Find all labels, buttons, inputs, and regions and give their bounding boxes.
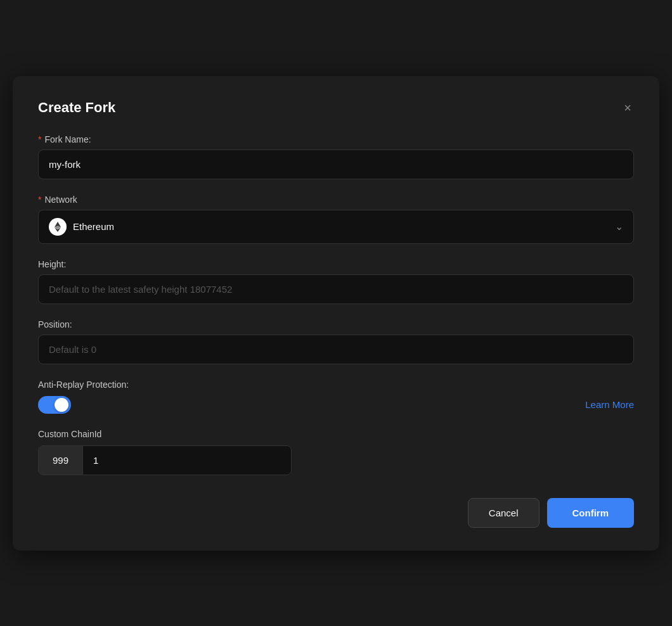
network-select[interactable]: Ethereum ⌄ — [38, 210, 634, 244]
modal-footer: Cancel Confirm — [38, 498, 634, 528]
confirm-button[interactable]: Confirm — [547, 498, 635, 528]
modal-title: Create Fork — [38, 99, 115, 116]
anti-replay-group: Anti-Replay Protection: Learn More — [38, 380, 634, 414]
chain-id-prefix: 999 — [39, 446, 83, 475]
anti-replay-row: Learn More — [38, 396, 634, 414]
anti-replay-toggle[interactable] — [38, 396, 71, 414]
fork-name-input[interactable] — [38, 150, 634, 179]
close-button[interactable]: × — [621, 99, 634, 117]
fork-name-label: * Fork Name: — [38, 134, 634, 144]
chain-id-group: Custom ChainId 999 — [38, 429, 634, 475]
fork-name-group: * Fork Name: — [38, 134, 634, 179]
network-selected-value: Ethereum — [73, 221, 114, 232]
modal-header: Create Fork × — [38, 99, 634, 117]
fork-name-required-star: * — [38, 134, 41, 144]
toggle-slider — [38, 396, 71, 414]
learn-more-link[interactable]: Learn More — [585, 399, 634, 410]
chain-id-input[interactable] — [83, 446, 291, 475]
height-group: Height: — [38, 259, 634, 304]
height-label: Height: — [38, 259, 634, 269]
anti-replay-label: Anti-Replay Protection: — [38, 380, 634, 390]
network-label: * Network — [38, 195, 634, 205]
cancel-button[interactable]: Cancel — [468, 498, 540, 528]
ethereum-icon — [49, 218, 67, 236]
network-required-star: * — [38, 195, 41, 205]
chain-id-row: 999 — [38, 445, 292, 475]
position-group: Position: — [38, 319, 634, 364]
chain-id-label: Custom ChainId — [38, 429, 634, 439]
modal-dialog: Create Fork × * Fork Name: * Network — [13, 76, 659, 551]
position-input[interactable] — [38, 335, 634, 364]
chevron-down-icon: ⌄ — [615, 220, 623, 233]
position-label: Position: — [38, 319, 634, 329]
modal-overlay: Create Fork × * Fork Name: * Network — [0, 0, 672, 626]
height-input[interactable] — [38, 274, 634, 304]
network-group: * Network Ethereum ⌄ — [38, 195, 634, 244]
